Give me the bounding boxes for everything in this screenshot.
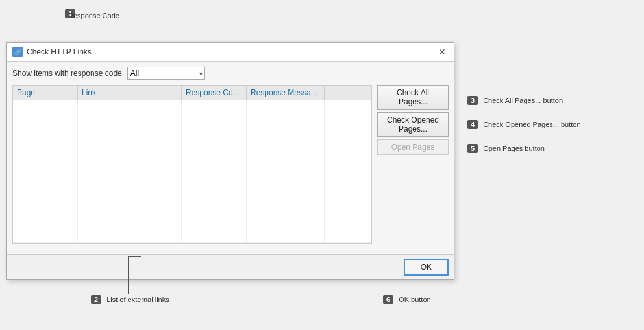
ann2-vline bbox=[128, 256, 129, 294]
title-text: Check HTTP Links bbox=[27, 47, 92, 56]
annotation-label-2: List of external links bbox=[106, 296, 169, 303]
annotation-5: 5 Open Pages button bbox=[467, 144, 545, 153]
table-body bbox=[13, 100, 371, 243]
table-row bbox=[13, 113, 371, 126]
ann2-hline bbox=[128, 256, 141, 257]
col-link: Link bbox=[78, 86, 182, 100]
table-row bbox=[13, 178, 371, 191]
table-header: Page Link Response Co... Response Messa.… bbox=[13, 86, 371, 100]
ann4-arrow bbox=[459, 124, 468, 124]
title-icon: 🔗 bbox=[12, 47, 23, 57]
col-response-message: Response Messa... bbox=[247, 86, 325, 100]
ann5-arrow bbox=[459, 148, 468, 148]
response-code-select[interactable]: All 200 301 404 500 bbox=[127, 67, 205, 80]
table-row bbox=[13, 191, 371, 204]
filter-select-wrapper: All 200 301 404 500 bbox=[127, 67, 205, 80]
ann6-vline bbox=[414, 256, 414, 294]
ann3-arrow bbox=[459, 100, 468, 100]
table-row bbox=[13, 230, 371, 243]
annotation-4: 4 Check Opened Pages... button bbox=[467, 120, 581, 129]
annotation-2: 2 List of external links bbox=[91, 295, 169, 304]
check-opened-pages-button[interactable]: Check Opened Pages... bbox=[377, 112, 449, 137]
badge-4: 4 bbox=[467, 120, 478, 129]
ann1-vline bbox=[92, 19, 92, 44]
annotation-label-4: Check Opened Pages... button bbox=[483, 121, 580, 128]
table-row bbox=[13, 165, 371, 178]
table-row bbox=[13, 100, 371, 113]
badge-3: 3 bbox=[467, 96, 478, 105]
table-row bbox=[13, 139, 371, 152]
badge-6: 6 bbox=[383, 295, 393, 304]
table-row bbox=[13, 126, 371, 139]
annotation-3: 3 Check All Pages... button bbox=[467, 96, 563, 105]
links-table: Page Link Response Co... Response Messa.… bbox=[12, 85, 372, 244]
table-row bbox=[13, 152, 371, 165]
dialog-window: 🔗 Check HTTP Links ✕ Show items with res… bbox=[6, 42, 454, 280]
table-row bbox=[13, 204, 371, 217]
check-all-pages-button[interactable]: Check All Pages... bbox=[377, 85, 449, 110]
open-pages-button[interactable]: Open Pages bbox=[377, 139, 449, 155]
table-row bbox=[13, 217, 371, 230]
filter-row: Show items with response code All 200 30… bbox=[12, 67, 449, 80]
col-page: Page bbox=[13, 86, 78, 100]
badge-5: 5 bbox=[467, 144, 478, 153]
filter-label: Show items with response code bbox=[12, 69, 122, 78]
dialog-body: Show items with response code All 200 30… bbox=[7, 62, 454, 249]
dialog-footer: OK bbox=[7, 254, 454, 279]
ok-button[interactable]: OK bbox=[404, 259, 449, 276]
dialog-titlebar: 🔗 Check HTTP Links ✕ bbox=[7, 43, 454, 62]
content-area: Page Link Response Co... Response Messa.… bbox=[12, 85, 449, 244]
annotation-label-5: Open Pages button bbox=[483, 145, 545, 152]
annotation-label-3: Check All Pages... button bbox=[483, 97, 563, 104]
annotation-label-1: Response Code bbox=[68, 12, 119, 19]
annotation-label-6: OK button bbox=[399, 296, 431, 303]
col-response-code: Response Co... bbox=[182, 86, 247, 100]
badge-2: 2 bbox=[91, 295, 101, 304]
annotation-6: 6 OK button bbox=[383, 295, 431, 304]
dialog-title: 🔗 Check HTTP Links bbox=[12, 47, 92, 57]
buttons-panel: Check All Pages... Check Opened Pages...… bbox=[377, 85, 449, 244]
close-button[interactable]: ✕ bbox=[436, 47, 449, 56]
